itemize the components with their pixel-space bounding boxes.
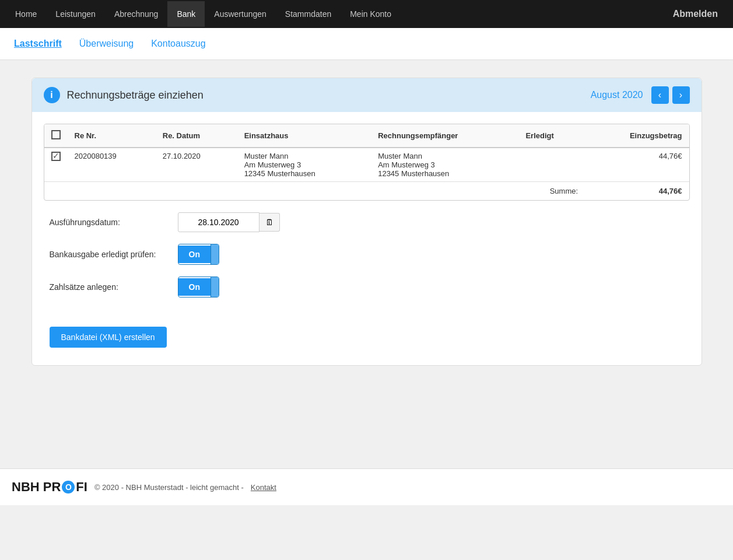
col-checkbox [44, 124, 68, 148]
abmelden-button[interactable]: Abmelden [664, 1, 727, 27]
next-month-button[interactable]: › [672, 86, 690, 104]
sum-value: 44,76€ [585, 182, 689, 201]
sum-label: Summe: [518, 182, 585, 201]
month-label: August 2020 [591, 90, 643, 100]
col-erledigt: Erledigt [518, 124, 585, 148]
einsatzhaus-street: Am Musterweg 3 [244, 160, 364, 169]
zahlsaetze-toggle-on: On [178, 278, 211, 296]
zahlsaetze-toggle-handle [211, 277, 219, 297]
ausfuehrungsdatum-input[interactable] [178, 212, 259, 232]
einsatzhaus-cell: Muster Mann Am Musterweg 3 12345 Musterh… [237, 148, 371, 182]
logo-text-left: NBH PR [12, 480, 61, 495]
ausfuehrungsdatum-label: Ausführungsdatum: [50, 218, 178, 227]
nav-abrechnung[interactable]: Abrechnung [105, 1, 168, 27]
card-header: i Rechnungsbeträge einziehen August 2020… [32, 78, 702, 112]
form-area: Ausführungsdatum: 🗓 Bankausgabe erledigt… [32, 201, 702, 321]
footer: NBH PROFI © 2020 - NBH Musterstadt - lei… [0, 468, 733, 505]
nav-mein-konto[interactable]: Mein Konto [341, 1, 401, 27]
re-nr-cell: 2020080139 [68, 148, 156, 182]
einsatzhaus-name: Muster Mann [244, 152, 364, 160]
subnav-lastschrift[interactable]: Lastschrift [14, 38, 62, 49]
main-content: i Rechnungsbeträge einziehen August 2020… [0, 60, 733, 468]
nav-auswertungen[interactable]: Auswertungen [205, 1, 276, 27]
calendar-button[interactable]: 🗓 [259, 213, 280, 232]
bankausgabe-row: Bankausgabe erledigt prüfen: On [50, 244, 684, 265]
re-datum-cell: 27.10.2020 [156, 148, 237, 182]
table-row: 2020080139 27.10.2020 Muster Mann Am Mus… [44, 148, 689, 182]
footer-logo: NBH PROFI [12, 480, 87, 495]
table-header-row: Re Nr. Re. Datum Einsatzhaus Rechnungsem… [44, 124, 689, 148]
select-all-checkbox[interactable] [51, 130, 61, 139]
col-re-datum: Re. Datum [156, 124, 237, 148]
betrag-cell: 44,76€ [585, 148, 689, 182]
subnav-ueberweisung[interactable]: Überweisung [79, 38, 134, 49]
date-input-group: 🗓 [178, 212, 280, 232]
nav-bank[interactable]: Bank [167, 1, 205, 27]
subnav-kontoauszug[interactable]: Kontoauszug [151, 38, 205, 49]
ausfuehrungsdatum-row: Ausführungsdatum: 🗓 [50, 212, 684, 232]
bankausgabe-label: Bankausgabe erledigt prüfen: [50, 250, 178, 259]
empfaenger-cell: Muster Mann Am Musterweg 3 12345 Musterh… [371, 148, 518, 182]
sum-spacer [44, 182, 519, 201]
nav-leistungen[interactable]: Leistungen [46, 1, 105, 27]
action-area: Bankdatei (XML) erstellen [32, 321, 702, 354]
zahlsaetze-toggle-group: On [178, 276, 219, 298]
erledigt-cell [518, 148, 585, 182]
zahlsaetze-toggle[interactable]: On [178, 276, 219, 298]
empfaenger-city: 12345 Musterhausen [378, 169, 511, 178]
navbar: Home Leistungen Abrechnung Bank Auswertu… [0, 0, 733, 28]
logo-o: O [62, 481, 75, 494]
bankdatei-button[interactable]: Bankdatei (XML) erstellen [50, 327, 167, 348]
prev-month-button[interactable]: ‹ [651, 86, 669, 104]
einsatzhaus-city: 12345 Musterhausen [244, 169, 364, 178]
footer-copyright: © 2020 - NBH Musterstadt - leicht gemach… [94, 483, 244, 492]
logo-text-right: FI [76, 480, 87, 495]
col-re-nr: Re Nr. [68, 124, 156, 148]
col-einsatzhaus: Einsatzhaus [237, 124, 371, 148]
row-checkbox[interactable] [51, 152, 61, 161]
main-card: i Rechnungsbeträge einziehen August 2020… [31, 78, 702, 366]
month-nav: August 2020 ‹ › [591, 86, 690, 104]
subnav: Lastschrift Überweisung Kontoauszug [0, 28, 733, 60]
zahlsaetze-label: Zahlsätze anlegen: [50, 282, 178, 292]
invoice-table: Re Nr. Re. Datum Einsatzhaus Rechnungsem… [44, 124, 689, 200]
row-checkbox-cell [44, 148, 68, 182]
bankausgabe-toggle-on: On [178, 246, 211, 263]
sum-row: Summe: 44,76€ [44, 182, 689, 201]
col-rechnungsempfaenger: Rechnungsempfänger [371, 124, 518, 148]
invoice-table-container: Re Nr. Re. Datum Einsatzhaus Rechnungsem… [44, 124, 690, 201]
bankausgabe-toggle-handle [211, 244, 219, 264]
empfaenger-name: Muster Mann [378, 152, 511, 160]
nav-home[interactable]: Home [6, 1, 46, 27]
zahlsaetze-row: Zahlsätze anlegen: On [50, 276, 684, 298]
empfaenger-street: Am Musterweg 3 [378, 160, 511, 169]
info-icon: i [44, 87, 60, 103]
bankausgabe-toggle[interactable]: On [178, 244, 219, 265]
bankausgabe-toggle-group: On [178, 244, 219, 265]
footer-kontakt-link[interactable]: Kontakt [251, 483, 276, 492]
nav-stammdaten[interactable]: Stammdaten [276, 1, 341, 27]
calendar-icon: 🗓 [265, 218, 273, 227]
col-einzugsbetrag: Einzugsbetrag [585, 124, 689, 148]
card-title: Rechnungsbeträge einziehen [67, 89, 591, 102]
